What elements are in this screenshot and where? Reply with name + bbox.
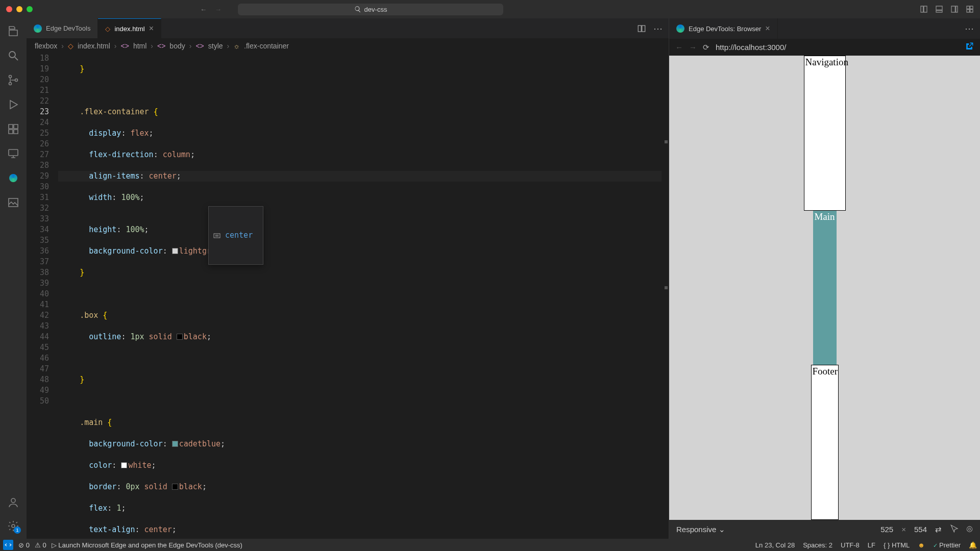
breadcrumb-item[interactable]: flexbox [35, 42, 57, 50]
breadcrumb-item[interactable]: body [169, 42, 185, 50]
preview-main-box: Main [813, 211, 837, 365]
tab-index-html[interactable]: ◇ index.html × [98, 18, 161, 38]
source-control-icon[interactable] [7, 73, 20, 87]
status-bar: 0 0 ▷ Launch Microsoft Edge and open the… [0, 539, 980, 551]
search-activity-icon[interactable] [7, 49, 20, 62]
remote-indicator[interactable] [3, 540, 13, 550]
svg-point-0 [9, 52, 15, 58]
close-window-button[interactable] [6, 6, 12, 12]
svg-point-3 [15, 79, 18, 82]
cursor-position[interactable]: Ln 23, Col 28 [755, 541, 795, 549]
titlebar: ← → dev-css [0, 0, 980, 18]
color-swatch[interactable] [172, 441, 178, 447]
launch-edge-message[interactable]: ▷ Launch Microsoft Edge and open the Edg… [52, 541, 242, 549]
overview-ruler[interactable] [662, 53, 669, 539]
breadcrumb-item[interactable]: html [133, 42, 146, 50]
viewport-width[interactable]: 525 [880, 525, 893, 534]
browser-tabs: Edge DevTools: Browser × ⋯ [669, 18, 980, 39]
svg-rect-5 [9, 198, 18, 207]
activity-bar: 1 [0, 18, 27, 539]
inspect-element-icon[interactable] [950, 524, 959, 535]
open-external-icon[interactable] [965, 42, 974, 53]
feedback-icon[interactable]: ☻ [918, 541, 925, 549]
edge-icon [676, 24, 684, 33]
breadcrumb-item[interactable]: index.html [78, 42, 110, 50]
svg-point-2 [9, 83, 12, 85]
svg-rect-9 [642, 26, 645, 32]
tab-label: Edge DevTools [46, 24, 90, 32]
html-file-icon: ◇ [68, 42, 74, 50]
close-tab-icon[interactable]: × [149, 24, 154, 33]
tab-edge-devtools-browser[interactable]: Edge DevTools: Browser × [669, 18, 778, 39]
viewport-height[interactable]: 554 [914, 525, 927, 534]
layout-grid-icon[interactable] [966, 5, 974, 13]
problems-errors[interactable]: 0 [18, 541, 30, 549]
tag-icon: <> [195, 42, 204, 50]
device-toolbar: Responsive ⌄ 525 × 554 ⇄ ◎ [669, 520, 980, 539]
accounts-icon[interactable] [7, 496, 20, 509]
autocomplete-item[interactable]: center [209, 229, 263, 242]
svg-point-6 [11, 498, 15, 503]
autocomplete-label: center [225, 230, 253, 241]
split-editor-icon[interactable] [637, 24, 646, 33]
command-center-search[interactable]: dev-css [238, 4, 503, 15]
prettier-status[interactable]: Prettier [933, 541, 961, 549]
autocomplete-popup[interactable]: center [208, 206, 263, 265]
dimension-separator: × [901, 525, 906, 534]
tab-edge-devtools[interactable]: Edge DevTools [27, 18, 98, 38]
settings-gear-icon[interactable]: 1 [7, 519, 20, 533]
layout-panel-right-icon[interactable] [950, 5, 959, 13]
svg-point-1 [9, 76, 12, 78]
preview-footer-box: Footer [811, 365, 839, 520]
breadcrumbs[interactable]: flexbox› ◇ index.html› <> html› <> body›… [27, 39, 669, 53]
eol-status[interactable]: LF [868, 541, 875, 549]
rotate-icon[interactable]: ⇄ [935, 525, 942, 534]
nav-back-icon[interactable]: ← [200, 6, 207, 13]
window-controls [6, 6, 33, 12]
emulate-vision-icon[interactable]: ◎ [966, 524, 973, 535]
run-debug-icon[interactable] [7, 98, 20, 111]
nav-forward-icon[interactable]: → [215, 6, 222, 13]
minimize-window-button[interactable] [16, 6, 22, 12]
more-actions-icon[interactable]: ⋯ [653, 23, 663, 34]
svg-rect-4 [9, 149, 18, 156]
color-swatch[interactable] [172, 248, 178, 254]
rendered-page[interactable]: Navigation Main Footer [669, 56, 980, 520]
svg-rect-8 [638, 26, 641, 32]
url-bar[interactable]: http://localhost:3000/ [716, 43, 959, 52]
css-class-icon: ☼ [233, 42, 240, 50]
language-mode[interactable]: { } HTML [884, 541, 910, 549]
browser-reload-icon[interactable]: ⟳ [703, 43, 709, 52]
close-tab-icon[interactable]: × [765, 24, 770, 33]
browser-forward-icon[interactable]: → [689, 43, 697, 52]
color-swatch[interactable] [172, 484, 178, 490]
problems-warnings[interactable]: 0 [35, 541, 46, 549]
tag-icon: <> [121, 42, 129, 50]
breadcrumb-item[interactable]: style [208, 42, 223, 50]
search-icon [354, 6, 361, 13]
settings-badge: 1 [14, 527, 21, 534]
responsive-mode-selector[interactable]: Responsive ⌄ [676, 525, 725, 534]
color-swatch[interactable] [121, 462, 127, 468]
code-editor[interactable]: 1819202122232425262728293031323334353637… [27, 53, 669, 539]
explorer-icon[interactable] [7, 24, 20, 38]
editor-group-right: Edge DevTools: Browser × ⋯ ← → ⟳ http://… [669, 18, 980, 539]
editor-group-left: Edge DevTools ◇ index.html × ⋯ flexbox› … [27, 18, 669, 539]
image-icon[interactable] [7, 196, 20, 209]
color-swatch[interactable] [177, 334, 183, 340]
extensions-icon[interactable] [7, 122, 20, 136]
notifications-icon[interactable]: 🔔 [969, 541, 977, 549]
code-lines[interactable]: } .flex-container { display: flex; flex-… [58, 53, 662, 539]
breadcrumb-item[interactable]: .flex-container [244, 42, 289, 50]
remote-explorer-icon[interactable] [7, 147, 20, 160]
more-actions-icon[interactable]: ⋯ [965, 23, 974, 34]
svg-rect-11 [215, 235, 219, 237]
layout-panel-bottom-icon[interactable] [935, 5, 943, 13]
indentation-status[interactable]: Spaces: 2 [803, 541, 832, 549]
edge-tools-icon[interactable] [7, 171, 20, 185]
browser-viewport-wrap: Navigation Main Footer [669, 56, 980, 520]
maximize-window-button[interactable] [27, 6, 33, 12]
encoding-status[interactable]: UTF-8 [841, 541, 860, 549]
layout-panel-left-icon[interactable] [920, 5, 928, 13]
browser-back-icon[interactable]: ← [675, 43, 683, 52]
